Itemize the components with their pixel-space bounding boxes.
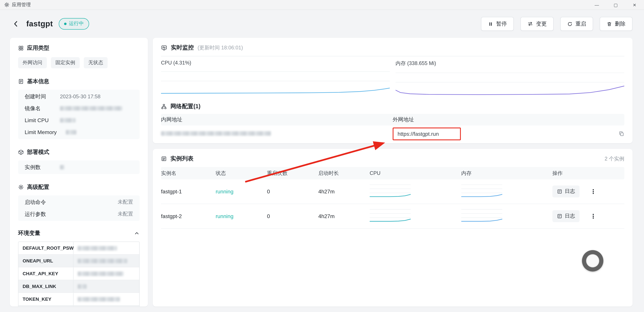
monitor-header: 实时监控 (更新时间 18:06:01) [161, 38, 624, 56]
swap-arrows-icon [528, 21, 533, 27]
column-cpu: CPU [370, 170, 461, 176]
copy-icon [618, 131, 624, 137]
app-management-window: 应用管理 — ▢ ✕ fastgpt 运行中 暂停 变更 [0, 0, 644, 312]
minimize-button[interactable]: — [587, 0, 606, 10]
chevron-up-icon [134, 230, 140, 236]
redacted-value [60, 118, 76, 123]
instance-operations: 日志 ⋮ [552, 210, 624, 222]
env-row: DEFAULT_ROOT_PSW [18, 242, 139, 255]
more-actions-button[interactable]: ⋮ [590, 188, 596, 195]
column-restarts: 重启次数 [267, 170, 318, 177]
kv-row-image-name: 镜像名 [18, 102, 140, 114]
instance-restarts: 0 [267, 213, 318, 219]
pause-label: 暂停 [496, 20, 507, 28]
log-icon [557, 214, 562, 219]
env-key: CHAT_API_KEY [18, 267, 74, 280]
network-table-header: 内网地址 外网地址 [161, 114, 624, 125]
network-table-row: https://fastgpt.run [161, 125, 624, 142]
kv-label: 运行参数 [25, 210, 60, 218]
memory-line-chart [396, 69, 624, 97]
instance-name: fastgpt-1 [161, 188, 216, 195]
back-button[interactable] [12, 20, 20, 28]
log-button[interactable]: 日志 [552, 210, 580, 222]
restart-icon [567, 21, 572, 27]
redacted-value [161, 131, 271, 135]
kv-label: 启动命令 [25, 198, 60, 206]
log-label: 日志 [565, 213, 575, 220]
kv-row-start-command: 启动命令 未配置 [18, 196, 140, 208]
env-key: TOKEN_KEY [18, 293, 74, 305]
collapse-env-button[interactable] [134, 230, 140, 236]
kv-row-run-params: 运行参数 未配置 [18, 208, 140, 220]
external-address-cell: https://fastgpt.run [393, 127, 624, 140]
external-url-link[interactable]: https://fastgpt.run [398, 130, 439, 137]
basic-info-section-header: 基本信息 [18, 78, 140, 85]
cube-icon [18, 149, 24, 155]
deploy-mode-section-header: 部署模式 [18, 148, 140, 156]
window-title: 应用管理 [12, 2, 31, 8]
env-value [74, 242, 139, 254]
pause-icon [488, 21, 493, 27]
status-badge: 运行中 [58, 18, 89, 30]
more-actions-button[interactable]: ⋮ [590, 213, 596, 219]
network-config-header: 网络配置(1) [161, 103, 624, 110]
status-label: 运行中 [69, 20, 84, 27]
change-label: 变更 [536, 20, 547, 28]
main-content: 实时监控 (更新时间 18:06:01) CPU (4.31%) 内存 (338… [153, 38, 632, 306]
delete-button[interactable]: 删除 [600, 17, 632, 31]
instance-uptime: 4h27m [318, 213, 370, 219]
log-icon [557, 189, 562, 194]
instance-name: fastgpt-2 [161, 213, 216, 219]
close-button[interactable]: ✕ [625, 0, 644, 10]
instance-memory-cell [461, 183, 552, 200]
pause-button[interactable]: 暂停 [481, 17, 514, 31]
page-header: fastgpt 运行中 暂停 变更 重启 删除 [0, 10, 644, 38]
advanced-config-panel: 启动命令 未配置 运行参数 未配置 [18, 195, 140, 221]
restart-button[interactable]: 重启 [560, 17, 593, 31]
kv-value: 2023-05-30 17:58 [60, 94, 100, 99]
monitor-update-time: (更新时间 18:06:01) [198, 44, 243, 51]
monitor-charts: CPU (4.31%) 内存 (338.655 Mi) [161, 59, 624, 97]
env-vars-header: 环境变量 [18, 230, 140, 237]
env-value [74, 280, 139, 292]
instance-uptime: 4h27m [318, 188, 370, 195]
instance-count: 2 个实例 [604, 155, 624, 162]
instances-title: 实例列表 [170, 155, 194, 163]
kv-label: 创建时间 [25, 93, 60, 100]
network-icon [161, 104, 167, 109]
internal-address-value [161, 130, 393, 137]
log-label: 日志 [565, 188, 575, 195]
env-row: DB_MAX_LINK [18, 280, 139, 293]
env-key: ONEAPI_URL [18, 255, 74, 267]
cpu-sparkline [370, 183, 411, 199]
list-icon [161, 156, 167, 162]
instance-row: fastgpt-1 running 0 4h27m [161, 180, 624, 204]
env-value [74, 293, 139, 305]
kv-value: 未配置 [118, 199, 133, 206]
grid-icon [18, 45, 24, 51]
kv-label: 实例数 [25, 164, 60, 171]
internal-address-column: 内网地址 [161, 116, 393, 123]
copy-button[interactable] [618, 131, 624, 137]
column-name: 实例名 [161, 170, 216, 177]
cpu-chart: CPU (4.31%) [161, 59, 390, 97]
column-operations: 操作 [552, 170, 624, 177]
instance-row: fastgpt-2 running 0 4h27m [161, 204, 624, 229]
kv-label: 镜像名 [25, 105, 60, 112]
column-memory: 内存 [461, 170, 552, 177]
instance-status: running [216, 188, 267, 195]
instances-table-header: 实例名 状态 重启次数 启动时长 CPU 内存 操作 [161, 167, 624, 179]
env-value [74, 267, 139, 280]
env-vars-table: DEFAULT_ROOT_PSW ONEAPI_URL CHAT_API_KEY… [18, 241, 140, 306]
redacted-value [60, 165, 64, 170]
kv-label: Limit Memory [25, 129, 66, 135]
instance-memory-cell [461, 207, 552, 225]
maximize-button[interactable]: ▢ [606, 0, 625, 10]
window-controls: — ▢ ✕ [587, 0, 644, 10]
log-button[interactable]: 日志 [552, 186, 580, 197]
change-button[interactable]: 变更 [520, 17, 554, 31]
kv-row-limit-cpu: Limit CPU [18, 114, 140, 126]
redacted-value [78, 271, 124, 276]
memory-chart-label: 内存 (338.655 Mi) [396, 60, 624, 67]
env-row: TOKEN_KEY [18, 293, 139, 306]
